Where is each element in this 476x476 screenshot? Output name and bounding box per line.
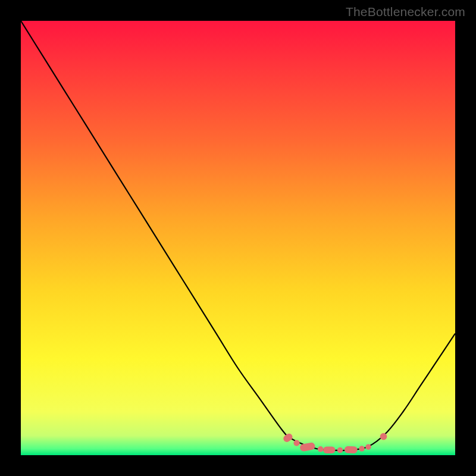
svg-rect-4 [318, 446, 323, 452]
optimal-range-markers [21, 21, 455, 455]
svg-rect-3 [299, 442, 315, 452]
svg-rect-5 [323, 446, 335, 453]
svg-rect-6 [337, 447, 343, 453]
watermark-label: TheBottlenecker.com [346, 5, 465, 19]
svg-rect-7 [345, 446, 358, 453]
svg-rect-9 [365, 444, 371, 449]
chart-plot-area [21, 21, 455, 455]
svg-rect-10 [380, 433, 387, 440]
svg-rect-2 [293, 440, 299, 446]
svg-rect-1 [282, 432, 294, 443]
svg-rect-8 [359, 446, 364, 451]
